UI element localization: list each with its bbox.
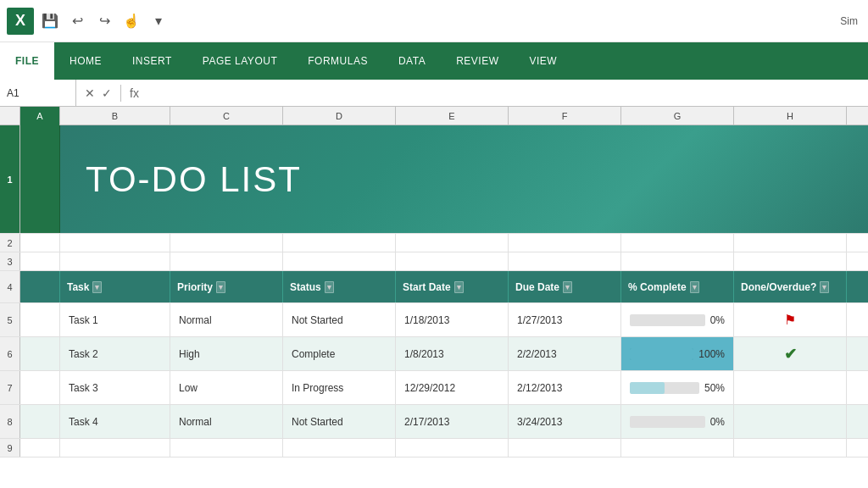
header-due-date[interactable]: Due Date ▾ — [509, 271, 621, 302]
col-header-h[interactable]: H — [734, 107, 847, 125]
header-task[interactable]: Task ▾ — [60, 271, 170, 302]
percent-dropdown[interactable]: ▾ — [690, 281, 699, 293]
cell-task-3[interactable]: Task 3 — [60, 371, 170, 404]
cell-priority-3[interactable]: Low — [170, 371, 283, 404]
cell-d2[interactable] — [283, 234, 396, 252]
cell-a5[interactable] — [20, 303, 60, 336]
header-done-overdue[interactable]: Done/Overdue? ▾ — [734, 271, 847, 302]
tab-insert[interactable]: INSERT — [117, 42, 187, 80]
tab-page-layout[interactable]: PAGE LAYOUT — [187, 42, 292, 80]
cell-task-1[interactable]: Task 1 — [60, 303, 170, 336]
header-start-date[interactable]: Start Date ▾ — [396, 271, 509, 302]
tab-review[interactable]: REVIEW — [441, 42, 514, 80]
cell-due-2[interactable]: 2/2/2013 — [509, 337, 621, 370]
cell-icon-1[interactable]: ⚑ — [734, 303, 847, 336]
start-date-dropdown[interactable]: ▾ — [454, 281, 464, 293]
cell-status-2[interactable]: Complete — [283, 337, 396, 370]
check-icon-2: ✔ — [784, 345, 797, 363]
priority-dropdown[interactable]: ▾ — [216, 281, 225, 293]
tab-file[interactable]: FILE — [0, 42, 54, 80]
cell-g2[interactable] — [621, 234, 734, 252]
cell-priority-1[interactable]: Normal — [170, 303, 283, 336]
cell-due-3[interactable]: 2/12/2013 — [509, 371, 621, 404]
cell-start-1[interactable]: 1/18/2013 — [396, 303, 509, 336]
cell-pct-4[interactable]: 0% — [621, 405, 734, 438]
cell-icon-4[interactable] — [734, 405, 847, 438]
header-priority[interactable]: Priority ▾ — [170, 271, 283, 302]
cell-status-4[interactable]: Not Started — [283, 405, 396, 438]
cell-h3[interactable] — [734, 252, 847, 270]
customize-qat-button[interactable]: ▾ — [147, 10, 170, 32]
col-header-b[interactable]: B — [60, 107, 170, 125]
done-overdue-dropdown[interactable]: ▾ — [820, 281, 829, 293]
cell-g3[interactable] — [621, 252, 734, 270]
cell-pct-3[interactable]: 50% — [621, 371, 734, 404]
cell-priority-2[interactable]: High — [170, 337, 283, 370]
cell-e9[interactable] — [396, 439, 509, 457]
cell-a8[interactable] — [20, 405, 60, 438]
confirm-formula-icon[interactable]: ✓ — [100, 85, 114, 102]
cell-a3[interactable] — [20, 252, 60, 270]
status-dropdown[interactable]: ▾ — [325, 281, 334, 293]
cell-priority-4[interactable]: Normal — [170, 405, 283, 438]
redo-button[interactable]: ↪ — [93, 10, 115, 32]
insert-function-icon[interactable]: fx — [128, 85, 141, 102]
cell-task-4[interactable]: Task 4 — [60, 405, 170, 438]
cell-pct-1[interactable]: 0% — [621, 303, 734, 336]
cell-g9[interactable] — [621, 439, 734, 457]
save-button[interactable]: 💾 — [39, 10, 61, 32]
col-header-a[interactable]: A — [20, 107, 60, 125]
cell-pct-2[interactable]: 100% — [621, 337, 734, 370]
undo-button[interactable]: ↩ — [66, 10, 88, 32]
tab-formulas[interactable]: FORMULAS — [292, 42, 383, 80]
cell-h2[interactable] — [734, 234, 847, 252]
cell-a6[interactable] — [20, 337, 60, 370]
header-status[interactable]: Status ▾ — [283, 271, 396, 302]
cell-due-4[interactable]: 3/24/2013 — [509, 405, 621, 438]
cell-a4[interactable] — [20, 271, 60, 302]
cell-d9[interactable] — [283, 439, 396, 457]
cell-start-4[interactable]: 2/17/2013 — [396, 405, 509, 438]
cell-f2[interactable] — [509, 234, 621, 252]
tab-data[interactable]: DATA — [383, 42, 441, 80]
cell-c9[interactable] — [170, 439, 283, 457]
cell-due-1[interactable]: 1/27/2013 — [509, 303, 621, 336]
col-header-g[interactable]: G — [621, 107, 734, 125]
cell-a9[interactable] — [20, 439, 60, 457]
progress-bar-2 — [630, 348, 693, 360]
cell-c3[interactable] — [170, 252, 283, 270]
cell-start-3[interactable]: 12/29/2012 — [396, 371, 509, 404]
cell-icon-2[interactable]: ✔ — [734, 337, 847, 370]
tab-home[interactable]: HOME — [54, 42, 117, 80]
cell-b9[interactable] — [60, 439, 170, 457]
cell-e3[interactable] — [396, 252, 509, 270]
cell-reference[interactable]: A1 — [0, 80, 76, 106]
col-header-d[interactable]: D — [283, 107, 396, 125]
col-header-c[interactable]: C — [170, 107, 283, 125]
cell-d3[interactable] — [283, 252, 396, 270]
cell-task-2[interactable]: Task 2 — [60, 337, 170, 370]
cell-h9[interactable] — [734, 439, 847, 457]
task-dropdown[interactable]: ▾ — [92, 281, 102, 293]
due-date-dropdown[interactable]: ▾ — [563, 281, 572, 293]
col-header-e[interactable]: E — [396, 107, 509, 125]
cell-status-3[interactable]: In Progress — [283, 371, 396, 404]
cell-f3[interactable] — [509, 252, 621, 270]
cell-a7[interactable] — [20, 371, 60, 404]
cell-b2[interactable] — [60, 234, 170, 252]
touch-button[interactable]: ☝ — [120, 10, 142, 32]
cell-a2[interactable] — [20, 234, 60, 252]
header-percent-complete[interactable]: % Complete ▾ — [621, 271, 734, 302]
formula-input[interactable] — [147, 87, 868, 99]
cell-e2[interactable] — [396, 234, 509, 252]
cell-a1[interactable] — [20, 125, 60, 233]
tab-view[interactable]: VIEW — [514, 42, 572, 80]
cell-start-2[interactable]: 1/8/2013 — [396, 337, 509, 370]
cell-f9[interactable] — [509, 439, 621, 457]
cell-b3[interactable] — [60, 252, 170, 270]
cell-icon-3[interactable] — [734, 371, 847, 404]
cell-c2[interactable] — [170, 234, 283, 252]
cell-status-1[interactable]: Not Started — [283, 303, 396, 336]
cancel-formula-icon[interactable]: ✕ — [83, 85, 97, 102]
col-header-f[interactable]: F — [509, 107, 621, 125]
